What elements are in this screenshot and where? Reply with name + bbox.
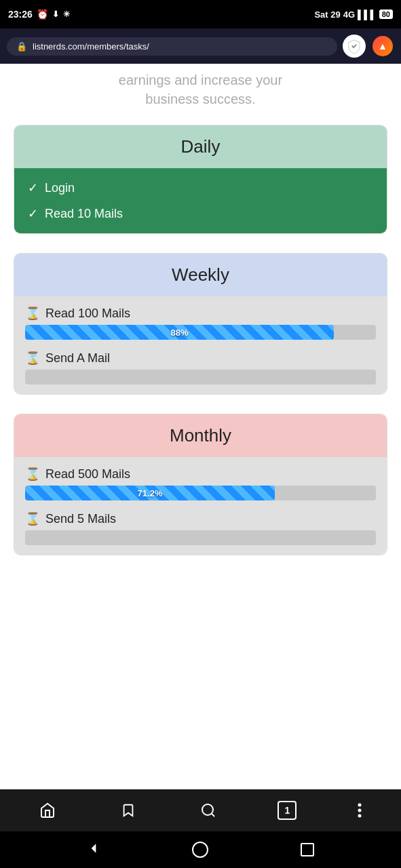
daily-task-read-mails-label: Read 10 Mails xyxy=(45,207,123,221)
monthly-task-send5: ⌛ Send 5 Mails xyxy=(25,511,376,545)
svg-point-0 xyxy=(202,804,213,815)
hourglass-icon-1: ⌛ xyxy=(25,306,40,321)
intro-line1: earnings and increase your xyxy=(119,73,282,87)
svg-point-4 xyxy=(358,814,362,818)
bt-icon: ✳ xyxy=(63,9,70,19)
recents-button[interactable] xyxy=(301,843,314,856)
monthly-tasks: ⌛ Read 500 Mails 71.2% ⌛ Send 5 Mails xyxy=(14,457,387,555)
download-icon: ⬇ xyxy=(52,9,59,19)
weekly-progress-fill-1: 88% xyxy=(25,325,334,340)
home-system-button[interactable] xyxy=(192,842,208,858)
weekly-task-send-mail: ⌛ Send A Mail xyxy=(25,351,376,384)
weekly-header: Weekly xyxy=(14,254,387,296)
svg-line-1 xyxy=(212,814,214,816)
weekly-progress-label-1: 88% xyxy=(25,328,334,338)
monthly-card: Monthly ⌛ Read 500 Mails 71.2% ⌛ Send 5 … xyxy=(14,414,387,555)
back-button[interactable] xyxy=(87,842,100,859)
system-nav xyxy=(0,831,401,868)
network-icon: 4G xyxy=(343,9,355,20)
weekly-card: Weekly ⌛ Read 100 Mails 88% ⌛ Send A Mai… xyxy=(14,253,387,395)
svg-point-2 xyxy=(358,804,362,807)
menu-button[interactable] xyxy=(354,798,366,823)
weekly-task-read100: ⌛ Read 100 Mails 88% xyxy=(25,306,376,340)
bat-token-icon[interactable]: ▲ xyxy=(371,35,394,58)
tabs-button[interactable]: 1 xyxy=(278,801,297,820)
brave-shield-icon[interactable] xyxy=(343,35,366,58)
url-text: listnerds.com/members/tasks/ xyxy=(33,41,149,52)
weekly-progress-bar-1: 88% xyxy=(25,325,376,340)
monthly-task-read500: ⌛ Read 500 Mails 71.2% xyxy=(25,467,376,500)
main-content: earnings and increase your business succ… xyxy=(0,64,401,789)
daily-header: Daily xyxy=(14,125,387,168)
daily-items: ✓ Login ✓ Read 10 Mails xyxy=(14,168,387,233)
intro-line2: business success. xyxy=(145,92,255,106)
hourglass-icon-2: ⌛ xyxy=(25,351,40,366)
weekly-task-read100-label: ⌛ Read 100 Mails xyxy=(25,306,376,321)
check-icon-login: ✓ xyxy=(28,180,38,195)
browser-nav: 1 xyxy=(0,789,401,831)
status-date: Sat 29 xyxy=(314,9,340,20)
alarm-icon: ⏰ xyxy=(37,9,48,20)
monthly-progress-fill-1: 71.2% xyxy=(25,486,275,500)
search-button[interactable] xyxy=(196,798,221,823)
svg-marker-5 xyxy=(91,844,96,852)
hourglass-icon-4: ⌛ xyxy=(25,511,40,526)
monthly-task-read500-label: ⌛ Read 500 Mails xyxy=(25,467,376,481)
address-bar: 🔒 listnerds.com/members/tasks/ ▲ xyxy=(0,28,401,64)
hourglass-icon-3: ⌛ xyxy=(25,467,40,481)
daily-task-login-label: Login xyxy=(45,181,75,195)
bookmark-button[interactable] xyxy=(117,798,140,823)
recents-square-icon xyxy=(301,843,314,856)
weekly-progress-bar-2 xyxy=(25,370,376,384)
weekly-tasks: ⌛ Read 100 Mails 88% ⌛ Send A Mail xyxy=(14,296,387,394)
status-bar: 23:26 ⏰ ⬇ ✳ Sat 29 4G ▌▌▌ 80 xyxy=(0,0,401,28)
monthly-progress-bar-2 xyxy=(25,530,376,545)
signal-icon: ▌▌▌ xyxy=(358,9,377,20)
home-button[interactable] xyxy=(35,798,60,823)
monthly-task-send5-label: ⌛ Send 5 Mails xyxy=(25,511,376,526)
weekly-task-send-label: ⌛ Send A Mail xyxy=(25,351,376,366)
monthly-progress-bar-1: 71.2% xyxy=(25,486,376,500)
url-input[interactable]: 🔒 listnerds.com/members/tasks/ xyxy=(7,37,337,56)
status-time: 23:26 xyxy=(8,9,33,20)
check-icon-read-mails: ✓ xyxy=(28,206,38,221)
home-circle-icon xyxy=(192,842,208,858)
lock-icon: 🔒 xyxy=(16,41,27,52)
daily-task-read-mails: ✓ Read 10 Mails xyxy=(28,201,373,226)
monthly-progress-label-1: 71.2% xyxy=(25,488,275,498)
tab-count: 1 xyxy=(284,805,290,816)
monthly-header: Monthly xyxy=(14,414,387,457)
daily-card: Daily ✓ Login ✓ Read 10 Mails xyxy=(14,125,387,234)
intro-text: earnings and increase your business succ… xyxy=(0,64,401,125)
battery-icon: 80 xyxy=(379,9,393,19)
svg-point-3 xyxy=(358,809,362,812)
daily-task-login: ✓ Login xyxy=(28,175,373,201)
